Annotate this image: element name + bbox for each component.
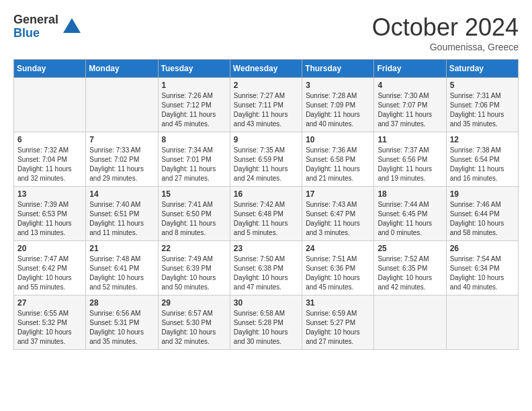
day-number: 2 bbox=[234, 81, 298, 90]
day-number: 24 bbox=[306, 244, 370, 253]
calendar-cell: 4Sunrise: 7:30 AM Sunset: 7:07 PM Daylig… bbox=[374, 78, 446, 132]
day-number: 23 bbox=[234, 244, 298, 253]
calendar-week-row: 1Sunrise: 7:26 AM Sunset: 7:12 PM Daylig… bbox=[14, 78, 519, 132]
day-number: 27 bbox=[17, 298, 82, 308]
day-info: Sunrise: 7:47 AM Sunset: 6:42 PM Dayligh… bbox=[17, 255, 82, 292]
day-number: 17 bbox=[306, 189, 370, 199]
calendar-cell: 9Sunrise: 7:35 AM Sunset: 6:59 PM Daylig… bbox=[230, 132, 302, 187]
day-number: 6 bbox=[17, 135, 82, 144]
day-number: 12 bbox=[450, 135, 515, 144]
calendar-cell: 25Sunrise: 7:52 AM Sunset: 6:35 PM Dayli… bbox=[374, 241, 446, 295]
day-number: 28 bbox=[89, 298, 154, 308]
page-header: General Blue October 2024 Goumenissa, Gr… bbox=[13, 13, 519, 52]
day-info: Sunrise: 6:59 AM Sunset: 5:27 PM Dayligh… bbox=[306, 309, 370, 347]
day-info: Sunrise: 6:57 AM Sunset: 5:30 PM Dayligh… bbox=[162, 309, 226, 347]
logo-general: General bbox=[13, 13, 58, 27]
calendar-cell: 8Sunrise: 7:34 AM Sunset: 7:01 PM Daylig… bbox=[158, 132, 230, 187]
calendar-cell: 3Sunrise: 7:28 AM Sunset: 7:09 PM Daylig… bbox=[302, 78, 374, 132]
day-info: Sunrise: 7:51 AM Sunset: 6:36 PM Dayligh… bbox=[306, 255, 370, 292]
calendar-cell: 31Sunrise: 6:59 AM Sunset: 5:27 PM Dayli… bbox=[302, 295, 374, 350]
calendar-cell: 20Sunrise: 7:47 AM Sunset: 6:42 PM Dayli… bbox=[14, 241, 86, 295]
day-number: 20 bbox=[17, 244, 82, 253]
location: Goumenissa, Greece bbox=[372, 42, 519, 52]
calendar-week-row: 27Sunrise: 6:55 AM Sunset: 5:32 PM Dayli… bbox=[14, 295, 519, 350]
calendar-cell: 13Sunrise: 7:39 AM Sunset: 6:53 PM Dayli… bbox=[14, 187, 86, 241]
day-info: Sunrise: 7:49 AM Sunset: 6:39 PM Dayligh… bbox=[162, 255, 226, 292]
calendar-table: SundayMondayTuesdayWednesdayThursdayFrid… bbox=[13, 59, 519, 350]
day-number: 9 bbox=[234, 135, 298, 144]
header-cell-wednesday: Wednesday bbox=[230, 60, 302, 78]
header-cell-sunday: Sunday bbox=[14, 60, 86, 78]
calendar-cell: 7Sunrise: 7:33 AM Sunset: 7:02 PM Daylig… bbox=[86, 132, 158, 187]
day-info: Sunrise: 7:36 AM Sunset: 6:58 PM Dayligh… bbox=[306, 146, 370, 183]
day-number: 19 bbox=[450, 189, 515, 199]
day-info: Sunrise: 7:48 AM Sunset: 6:41 PM Dayligh… bbox=[89, 255, 154, 292]
day-number: 31 bbox=[306, 298, 370, 308]
logo: General Blue bbox=[13, 13, 82, 40]
day-info: Sunrise: 7:52 AM Sunset: 6:35 PM Dayligh… bbox=[378, 255, 442, 292]
day-number: 25 bbox=[378, 244, 442, 253]
day-info: Sunrise: 7:41 AM Sunset: 6:50 PM Dayligh… bbox=[162, 200, 226, 238]
day-info: Sunrise: 7:43 AM Sunset: 6:47 PM Dayligh… bbox=[306, 200, 370, 238]
calendar-cell: 28Sunrise: 6:56 AM Sunset: 5:31 PM Dayli… bbox=[86, 295, 158, 350]
calendar-cell: 16Sunrise: 7:42 AM Sunset: 6:48 PM Dayli… bbox=[230, 187, 302, 241]
day-info: Sunrise: 7:34 AM Sunset: 7:01 PM Dayligh… bbox=[162, 146, 226, 183]
calendar-week-row: 6Sunrise: 7:32 AM Sunset: 7:04 PM Daylig… bbox=[14, 132, 519, 187]
day-info: Sunrise: 7:40 AM Sunset: 6:51 PM Dayligh… bbox=[89, 200, 154, 238]
calendar-cell: 5Sunrise: 7:31 AM Sunset: 7:06 PM Daylig… bbox=[446, 78, 518, 132]
day-info: Sunrise: 7:37 AM Sunset: 6:56 PM Dayligh… bbox=[378, 146, 442, 183]
day-number: 8 bbox=[162, 135, 226, 144]
day-info: Sunrise: 6:56 AM Sunset: 5:31 PM Dayligh… bbox=[89, 309, 154, 347]
calendar-body: 1Sunrise: 7:26 AM Sunset: 7:12 PM Daylig… bbox=[14, 78, 519, 350]
calendar-cell: 29Sunrise: 6:57 AM Sunset: 5:30 PM Dayli… bbox=[158, 295, 230, 350]
day-number: 29 bbox=[162, 298, 226, 308]
logo-icon bbox=[62, 17, 82, 37]
calendar-cell: 22Sunrise: 7:49 AM Sunset: 6:39 PM Dayli… bbox=[158, 241, 230, 295]
calendar-cell: 17Sunrise: 7:43 AM Sunset: 6:47 PM Dayli… bbox=[302, 187, 374, 241]
day-number: 30 bbox=[234, 298, 298, 308]
day-info: Sunrise: 7:54 AM Sunset: 6:34 PM Dayligh… bbox=[450, 255, 515, 292]
day-info: Sunrise: 7:31 AM Sunset: 7:06 PM Dayligh… bbox=[450, 91, 515, 129]
calendar-cell: 23Sunrise: 7:50 AM Sunset: 6:38 PM Dayli… bbox=[230, 241, 302, 295]
day-info: Sunrise: 7:26 AM Sunset: 7:12 PM Dayligh… bbox=[162, 91, 226, 129]
calendar-cell: 12Sunrise: 7:38 AM Sunset: 6:54 PM Dayli… bbox=[446, 132, 518, 187]
calendar-cell: 6Sunrise: 7:32 AM Sunset: 7:04 PM Daylig… bbox=[14, 132, 86, 187]
day-info: Sunrise: 6:55 AM Sunset: 5:32 PM Dayligh… bbox=[17, 309, 82, 347]
day-info: Sunrise: 7:35 AM Sunset: 6:59 PM Dayligh… bbox=[234, 146, 298, 183]
calendar-cell: 30Sunrise: 6:58 AM Sunset: 5:28 PM Dayli… bbox=[230, 295, 302, 350]
svg-marker-0 bbox=[63, 18, 81, 33]
header-row: SundayMondayTuesdayWednesdayThursdayFrid… bbox=[14, 60, 519, 78]
header-cell-saturday: Saturday bbox=[446, 60, 518, 78]
calendar-week-row: 13Sunrise: 7:39 AM Sunset: 6:53 PM Dayli… bbox=[14, 187, 519, 241]
day-number: 3 bbox=[306, 81, 370, 90]
day-info: Sunrise: 7:44 AM Sunset: 6:45 PM Dayligh… bbox=[378, 200, 442, 238]
day-info: Sunrise: 7:38 AM Sunset: 6:54 PM Dayligh… bbox=[450, 146, 515, 183]
day-number: 16 bbox=[234, 189, 298, 199]
day-number: 13 bbox=[17, 189, 82, 199]
day-info: Sunrise: 7:42 AM Sunset: 6:48 PM Dayligh… bbox=[234, 200, 298, 238]
day-number: 4 bbox=[378, 81, 442, 90]
calendar-cell: 21Sunrise: 7:48 AM Sunset: 6:41 PM Dayli… bbox=[86, 241, 158, 295]
day-info: Sunrise: 7:30 AM Sunset: 7:07 PM Dayligh… bbox=[378, 91, 442, 129]
day-info: Sunrise: 7:50 AM Sunset: 6:38 PM Dayligh… bbox=[234, 255, 298, 292]
day-info: Sunrise: 7:39 AM Sunset: 6:53 PM Dayligh… bbox=[17, 200, 82, 238]
day-number: 21 bbox=[89, 244, 154, 253]
title-block: October 2024 Goumenissa, Greece bbox=[372, 13, 519, 52]
day-number: 26 bbox=[450, 244, 515, 253]
header-cell-monday: Monday bbox=[86, 60, 158, 78]
calendar-cell: 27Sunrise: 6:55 AM Sunset: 5:32 PM Dayli… bbox=[14, 295, 86, 350]
calendar-cell: 11Sunrise: 7:37 AM Sunset: 6:56 PM Dayli… bbox=[374, 132, 446, 187]
calendar-cell bbox=[14, 78, 86, 132]
day-number: 18 bbox=[378, 189, 442, 199]
day-number: 1 bbox=[162, 81, 226, 90]
calendar-cell: 18Sunrise: 7:44 AM Sunset: 6:45 PM Dayli… bbox=[374, 187, 446, 241]
header-cell-tuesday: Tuesday bbox=[158, 60, 230, 78]
calendar-week-row: 20Sunrise: 7:47 AM Sunset: 6:42 PM Dayli… bbox=[14, 241, 519, 295]
calendar-cell: 2Sunrise: 7:27 AM Sunset: 7:11 PM Daylig… bbox=[230, 78, 302, 132]
day-number: 10 bbox=[306, 135, 370, 144]
calendar-cell bbox=[86, 78, 158, 132]
day-number: 5 bbox=[450, 81, 515, 90]
calendar-cell: 19Sunrise: 7:46 AM Sunset: 6:44 PM Dayli… bbox=[446, 187, 518, 241]
calendar-header: SundayMondayTuesdayWednesdayThursdayFrid… bbox=[14, 60, 519, 78]
day-info: Sunrise: 7:28 AM Sunset: 7:09 PM Dayligh… bbox=[306, 91, 370, 129]
